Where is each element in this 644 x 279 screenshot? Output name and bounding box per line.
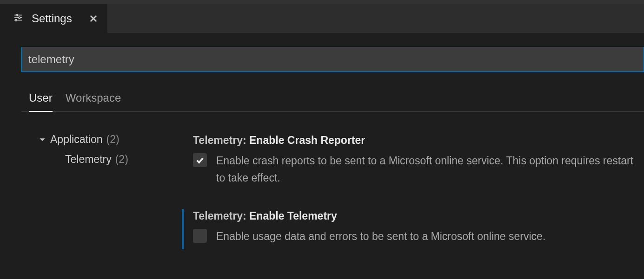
tree-item-application[interactable]: Application (2)	[39, 130, 182, 149]
tab-bar: Settings	[0, 4, 644, 33]
settings-content: User Workspace Application (2) Telemetry…	[0, 33, 644, 263]
setting-title: Telemetry: Enable Telemetry	[193, 210, 644, 222]
svg-point-4	[19, 17, 20, 19]
settings-list: Telemetry: Enable Crash Reporter Enable …	[182, 130, 644, 263]
checkbox-crash-reporter[interactable]	[193, 153, 207, 167]
svg-point-5	[15, 19, 17, 21]
chevron-down-icon	[39, 136, 47, 143]
setting-enable-telemetry: Telemetry: Enable Telemetry Enable usage…	[182, 205, 644, 264]
tree-item-label: Telemetry	[65, 153, 112, 166]
setting-prefix: Telemetry:	[193, 134, 249, 146]
tab-label: Settings	[32, 12, 72, 25]
setting-description: Enable usage data and errors to be sent …	[216, 228, 545, 245]
settings-tree: Application (2) Telemetry (2)	[21, 130, 182, 263]
setting-name: Enable Telemetry	[249, 210, 337, 222]
tree-item-label: Application	[50, 133, 103, 146]
scope-tabs: User Workspace	[21, 91, 644, 112]
tree-item-count: (2)	[115, 153, 128, 166]
checkbox-telemetry[interactable]	[193, 229, 207, 243]
close-icon[interactable]	[89, 14, 98, 23]
settings-icon	[13, 13, 23, 25]
titlebar-strip	[0, 0, 644, 4]
scope-user[interactable]: User	[29, 91, 53, 112]
tree-item-telemetry[interactable]: Telemetry (2)	[39, 149, 182, 169]
tree-item-count: (2)	[106, 133, 120, 146]
svg-point-3	[16, 14, 18, 16]
tab-settings[interactable]: Settings	[0, 4, 107, 33]
setting-enable-crash-reporter: Telemetry: Enable Crash Reporter Enable …	[182, 130, 644, 205]
setting-title: Telemetry: Enable Crash Reporter	[193, 134, 644, 147]
setting-prefix: Telemetry:	[193, 210, 249, 222]
setting-description: Enable crash reports to be sent to a Mic…	[216, 152, 644, 187]
setting-name: Enable Crash Reporter	[249, 134, 365, 146]
search-input[interactable]	[21, 47, 644, 72]
scope-workspace[interactable]: Workspace	[66, 91, 121, 111]
